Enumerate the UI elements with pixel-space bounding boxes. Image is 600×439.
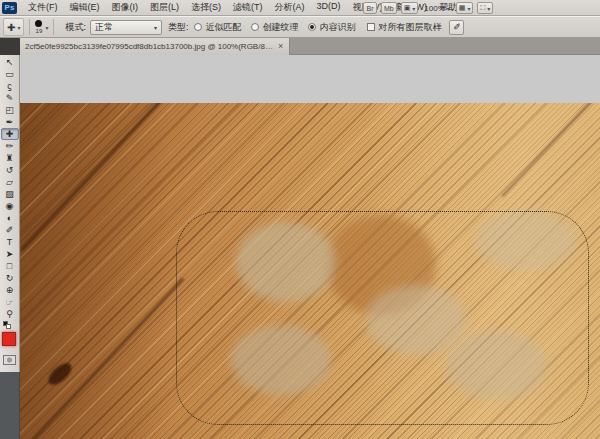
tools-panel: ↖ ▭ ϛ ✎ ◰ ✒ bbox=[0, 55, 20, 372]
chevron-down-icon: ▾ bbox=[447, 5, 450, 12]
type-tool[interactable]: T bbox=[1, 236, 19, 248]
blend-mode-value: 正常 bbox=[95, 21, 113, 34]
spot-healing-brush-tool[interactable]: ✚ bbox=[1, 128, 19, 140]
tablet-pressure-toggle[interactable]: ✐ bbox=[449, 20, 464, 35]
view-extras-glyph: ▣ bbox=[404, 4, 411, 12]
brush-tool[interactable]: ✏ bbox=[1, 140, 19, 152]
tool-glyph: ✒ bbox=[6, 118, 14, 127]
lasso-tool[interactable]: ϛ bbox=[1, 80, 19, 92]
tabbar-corner bbox=[0, 38, 20, 55]
chevron-down-icon: ▾ bbox=[412, 5, 415, 12]
tool-glyph: ▨ bbox=[5, 190, 14, 199]
tool-glyph: ✐ bbox=[6, 226, 14, 235]
options-divider bbox=[53, 19, 54, 35]
tool-glyph: ↻ bbox=[6, 274, 14, 283]
mode-label: 模式: bbox=[65, 21, 86, 34]
arrange-documents-glyph: ▦ bbox=[459, 4, 466, 12]
photoshop-logo: Ps bbox=[2, 2, 17, 14]
menu-item[interactable]: 图像(I) bbox=[106, 1, 145, 14]
eyedropper-tool[interactable]: ✒ bbox=[1, 116, 19, 128]
3d-orbit-tool[interactable]: ⊕ bbox=[1, 284, 19, 296]
checkbox-label: 对所有图层取样 bbox=[378, 21, 441, 34]
tool-glyph: ◉ bbox=[6, 202, 14, 211]
wood-texture-image[interactable] bbox=[20, 103, 600, 439]
tool-glyph: ✎ bbox=[6, 94, 14, 103]
tool-glyph: ⊕ bbox=[6, 286, 14, 295]
crop-tool[interactable]: ◰ bbox=[1, 104, 19, 116]
chevron-down-icon: ▾ bbox=[487, 5, 490, 12]
rectangle-shape-tool[interactable]: □ bbox=[1, 260, 19, 272]
clone-stamp-tool[interactable]: ♜ bbox=[1, 152, 19, 164]
menu-item[interactable]: 滤镜(T) bbox=[227, 1, 269, 14]
zoom-level-dropdown[interactable]: 100%▾ bbox=[422, 4, 451, 13]
menu-item[interactable]: 分析(A) bbox=[269, 1, 311, 14]
chevron-down-icon: ▾ bbox=[467, 5, 470, 12]
zoom-level-value: 100% bbox=[424, 4, 444, 13]
menu-item[interactable]: 文件(F) bbox=[22, 1, 64, 14]
tool-glyph: ✏ bbox=[6, 142, 14, 151]
healing-type-option[interactable]: 创建纹理 bbox=[251, 21, 298, 34]
tool-glyph: T bbox=[7, 238, 13, 247]
launch-bridge-icon[interactable]: Br bbox=[363, 2, 377, 14]
screen-mode-icon[interactable]: ⛶ ▾ bbox=[477, 2, 493, 14]
foreground-color-swatch[interactable] bbox=[2, 332, 16, 346]
sample-all-layers-checkbox[interactable]: 对所有图层取样 bbox=[367, 21, 441, 34]
menu-item[interactable]: 图层(L) bbox=[144, 1, 185, 14]
marching-ants-selection[interactable] bbox=[176, 211, 589, 425]
tool-glyph: ↖ bbox=[6, 58, 14, 67]
arrange-documents-icon[interactable]: ▦ ▾ bbox=[456, 2, 474, 14]
zoom-tool[interactable]: ⚲ bbox=[1, 308, 19, 320]
close-icon[interactable]: × bbox=[278, 42, 283, 51]
chevron-down-icon: ▾ bbox=[45, 24, 48, 31]
blur-tool[interactable]: ◉ bbox=[1, 200, 19, 212]
checkbox-icon bbox=[367, 23, 375, 31]
tool-glyph: ✚ bbox=[6, 130, 14, 139]
eraser-tool[interactable]: ▱ bbox=[1, 176, 19, 188]
launch-minibridge-icon[interactable]: Mb bbox=[381, 2, 397, 14]
document-canvas[interactable] bbox=[20, 55, 600, 439]
quick-mask-icon[interactable] bbox=[3, 355, 16, 365]
color-swatch-area bbox=[0, 321, 20, 371]
tool-glyph: ◰ bbox=[5, 106, 14, 115]
radio-label: 近似匹配 bbox=[205, 21, 241, 34]
tool-list: ↖ ▭ ϛ ✎ ◰ ✒ bbox=[0, 55, 19, 320]
pen-tool[interactable]: ✐ bbox=[1, 224, 19, 236]
3d-rotate-tool[interactable]: ↻ bbox=[1, 272, 19, 284]
dodge-tool[interactable]: ◐ bbox=[1, 212, 19, 224]
tool-glyph: ♜ bbox=[5, 154, 13, 163]
healing-type-option[interactable]: 近似匹配 bbox=[194, 21, 241, 34]
move-tool[interactable]: ↖ bbox=[1, 56, 19, 68]
view-extras-icon[interactable]: ▣ ▾ bbox=[401, 2, 419, 14]
tool-glyph: ☞ bbox=[5, 298, 13, 307]
menu-item[interactable]: 3D(D) bbox=[311, 1, 347, 14]
tool-glyph: ϛ bbox=[7, 82, 12, 91]
menubar-shortcut-icons: Br Mb ▣ ▾ 100%▾ ▦ ▾ ⛶ ▾ bbox=[363, 1, 600, 15]
brush-preset-picker[interactable]: 19 ▾ bbox=[35, 20, 48, 34]
gradient-tool[interactable]: ▨ bbox=[1, 188, 19, 200]
rectangular-marquee-tool[interactable]: ▭ bbox=[1, 68, 19, 80]
tool-glyph: ◐ bbox=[7, 214, 12, 223]
history-brush-tool[interactable]: ↺ bbox=[1, 164, 19, 176]
type-label: 类型: bbox=[168, 21, 189, 34]
document-tab-bar: 2cf5e0fe9925bc3139fe07995cdf8db1cb13700b… bbox=[0, 38, 600, 55]
chevron-down-icon: ▾ bbox=[154, 24, 157, 31]
current-tool-preset-button[interactable]: ✚ ▾ bbox=[3, 18, 24, 36]
blend-mode-select[interactable]: 正常 ▾ bbox=[90, 20, 162, 35]
hand-tool[interactable]: ☞ bbox=[1, 296, 19, 308]
tool-glyph: ↺ bbox=[6, 166, 14, 175]
quick-selection-tool[interactable]: ✎ bbox=[1, 92, 19, 104]
menu-item[interactable]: 编辑(E) bbox=[64, 1, 106, 14]
path-selection-tool[interactable]: ➤ bbox=[1, 248, 19, 260]
tool-glyph: □ bbox=[7, 262, 12, 271]
chevron-down-icon: ▾ bbox=[17, 24, 20, 31]
radio-label: 创建纹理 bbox=[262, 21, 298, 34]
menu-item[interactable]: 选择(S) bbox=[185, 1, 227, 14]
healing-type-radios: 近似匹配 创建纹理 内容识别 bbox=[194, 21, 355, 34]
healing-type-option[interactable]: 内容识别 bbox=[308, 21, 355, 34]
screen-mode-glyph: ⛶ bbox=[480, 4, 485, 12]
panel-spacer bbox=[0, 372, 20, 439]
document-tab[interactable]: 2cf5e0fe9925bc3139fe07995cdf8db1cb13700b… bbox=[20, 38, 290, 55]
tool-glyph: ▭ bbox=[5, 70, 14, 79]
radio-icon bbox=[194, 23, 202, 31]
radio-label: 内容识别 bbox=[319, 21, 355, 34]
